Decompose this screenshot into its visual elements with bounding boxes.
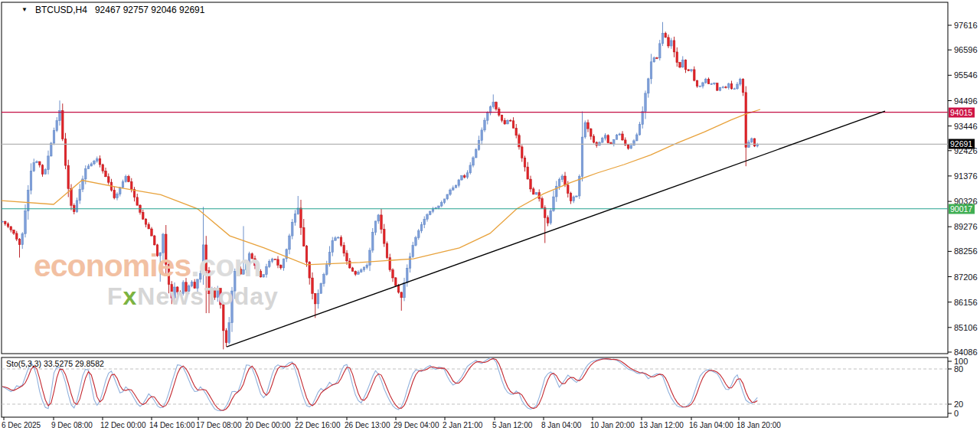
time-tick-label: 22 Dec 16:00 bbox=[295, 421, 341, 429]
time-tick-label: 29 Dec 04:00 bbox=[394, 421, 439, 429]
price-tick-label: 86156 bbox=[954, 298, 978, 307]
price-tick-label: 87206 bbox=[954, 272, 978, 282]
indicator-pane-border bbox=[2, 357, 948, 417]
stoch-k-line bbox=[2, 358, 757, 411]
price-tick-label: 97616 bbox=[954, 21, 978, 30]
price-tick-label: 85106 bbox=[954, 323, 978, 332]
time-tick-label: 8 Jan 04:00 bbox=[541, 421, 581, 429]
time-tick-label: 14 Dec 16:00 bbox=[149, 421, 195, 429]
time-tick-label: 9 Dec 08:00 bbox=[51, 421, 93, 429]
ascending-trendline[interactable] bbox=[227, 111, 885, 347]
price-tick-label: 88256 bbox=[954, 246, 978, 256]
time-tick-label: 16 Jan 04:00 bbox=[689, 421, 733, 429]
indicator-tick-label: 0 bbox=[954, 409, 959, 418]
chart-header: ▼ BTCUSD,H4 92467 92757 92046 92691 bbox=[21, 5, 204, 15]
price-tick-label: 89276 bbox=[954, 222, 978, 231]
time-tick-label: 6 Dec 2025 bbox=[2, 421, 41, 429]
chart-canvas[interactable] bbox=[0, 0, 980, 434]
price-tick-label: 93446 bbox=[954, 122, 978, 131]
price-tick-label: 84086 bbox=[954, 348, 978, 357]
indicator-tick-label: 80 bbox=[954, 364, 963, 374]
time-tick-label: 12 Dec 00:00 bbox=[100, 421, 146, 429]
indicator-tick-label: 20 bbox=[954, 400, 963, 409]
price-tick-label: 94496 bbox=[954, 96, 978, 106]
time-tick-label: 18 Jan 20:00 bbox=[737, 421, 781, 429]
price-tick-label: 91376 bbox=[954, 171, 978, 181]
time-tick-label: 2 Jan 21:00 bbox=[443, 421, 482, 429]
candles-layer bbox=[2, 22, 759, 350]
symbol-timeframe-label: BTCUSD,H4 bbox=[35, 5, 87, 15]
time-tick-label: 26 Dec 13:00 bbox=[345, 421, 390, 429]
price-badge: 92691 bbox=[949, 139, 975, 149]
time-tick-label: 10 Jan 20:00 bbox=[590, 421, 635, 429]
indicator-label: Sto(5,3,3) 33.5275 29.8582 bbox=[6, 359, 104, 368]
main-pane-border bbox=[2, 2, 948, 354]
price-tick-label: 96596 bbox=[954, 45, 978, 54]
stoch-d-line bbox=[2, 359, 757, 411]
time-tick-label: 13 Jan 12:00 bbox=[639, 421, 684, 429]
symbol-dropdown-icon[interactable]: ▼ bbox=[21, 7, 28, 13]
price-badge: 94015 bbox=[949, 107, 975, 117]
ohlc-values: 92467 92757 92046 92691 bbox=[95, 5, 204, 15]
time-tick-label: 5 Jan 12:00 bbox=[492, 421, 532, 429]
price-badge: 90017 bbox=[949, 204, 975, 214]
price-tick-label: 95546 bbox=[954, 70, 978, 80]
time-tick-label: 17 Dec 08:00 bbox=[196, 421, 242, 429]
time-tick-label: 20 Dec 00:00 bbox=[245, 421, 291, 429]
trading-chart-window: ▼ BTCUSD,H4 92467 92757 92046 92691 econ… bbox=[0, 0, 980, 434]
